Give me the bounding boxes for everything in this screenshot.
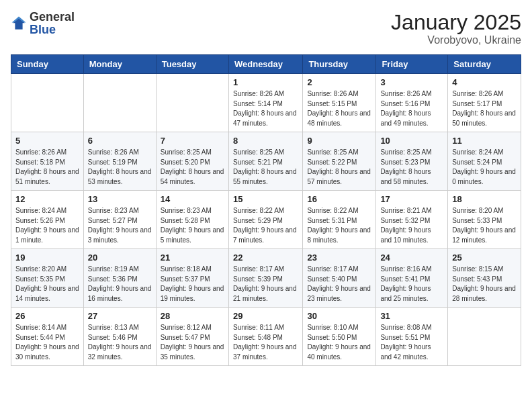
day-number: 16 xyxy=(307,194,371,204)
day-number: 3 xyxy=(380,77,443,87)
day-number: 4 xyxy=(452,77,517,87)
calendar-cell: 19Sunrise: 8:20 AM Sunset: 5:35 PM Dayli… xyxy=(11,249,84,308)
day-info: Sunrise: 8:24 AM Sunset: 5:26 PM Dayligh… xyxy=(15,206,79,245)
calendar-week-5: 26Sunrise: 8:14 AM Sunset: 5:44 PM Dayli… xyxy=(11,308,521,366)
calendar-cell xyxy=(11,74,84,132)
day-number: 14 xyxy=(161,194,224,204)
calendar-cell: 6Sunrise: 8:26 AM Sunset: 5:19 PM Daylig… xyxy=(83,132,156,191)
calendar-cell: 23Sunrise: 8:17 AM Sunset: 5:40 PM Dayli… xyxy=(303,249,376,308)
weekday-header-saturday: Saturday xyxy=(448,55,521,74)
day-info: Sunrise: 8:25 AM Sunset: 5:22 PM Dayligh… xyxy=(307,148,371,187)
calendar-cell: 10Sunrise: 8:25 AM Sunset: 5:23 PM Dayli… xyxy=(376,132,448,191)
day-info: Sunrise: 8:18 AM Sunset: 5:37 PM Dayligh… xyxy=(161,265,224,304)
day-info: Sunrise: 8:13 AM Sunset: 5:46 PM Dayligh… xyxy=(88,323,152,362)
day-number: 29 xyxy=(233,311,298,321)
day-number: 28 xyxy=(161,311,224,321)
calendar-week-1: 1Sunrise: 8:26 AM Sunset: 5:14 PM Daylig… xyxy=(11,74,521,132)
calendar-cell: 20Sunrise: 8:19 AM Sunset: 5:36 PM Dayli… xyxy=(83,249,156,308)
logo-icon xyxy=(11,15,27,32)
day-number: 25 xyxy=(452,253,517,263)
calendar-table: SundayMondayTuesdayWednesdayThursdayFrid… xyxy=(11,54,521,366)
calendar-cell: 17Sunrise: 8:21 AM Sunset: 5:32 PM Dayli… xyxy=(376,191,448,249)
day-number: 5 xyxy=(15,136,79,146)
month-title: January 2025 xyxy=(391,11,521,34)
day-info: Sunrise: 8:24 AM Sunset: 5:24 PM Dayligh… xyxy=(452,148,517,187)
day-info: Sunrise: 8:12 AM Sunset: 5:47 PM Dayligh… xyxy=(161,323,224,362)
calendar-cell: 27Sunrise: 8:13 AM Sunset: 5:46 PM Dayli… xyxy=(83,308,156,366)
day-info: Sunrise: 8:26 AM Sunset: 5:18 PM Dayligh… xyxy=(15,148,79,187)
day-info: Sunrise: 8:16 AM Sunset: 5:41 PM Dayligh… xyxy=(380,265,443,304)
day-number: 1 xyxy=(233,77,298,87)
day-info: Sunrise: 8:20 AM Sunset: 5:33 PM Dayligh… xyxy=(452,206,517,245)
calendar-cell: 14Sunrise: 8:23 AM Sunset: 5:28 PM Dayli… xyxy=(156,191,228,249)
day-info: Sunrise: 8:26 AM Sunset: 5:17 PM Dayligh… xyxy=(452,89,517,128)
calendar-cell: 5Sunrise: 8:26 AM Sunset: 5:18 PM Daylig… xyxy=(11,132,84,191)
calendar-cell: 15Sunrise: 8:22 AM Sunset: 5:29 PM Dayli… xyxy=(228,191,302,249)
calendar-cell: 28Sunrise: 8:12 AM Sunset: 5:47 PM Dayli… xyxy=(156,308,228,366)
day-info: Sunrise: 8:25 AM Sunset: 5:20 PM Dayligh… xyxy=(161,148,224,187)
day-number: 31 xyxy=(380,311,443,321)
weekday-header-tuesday: Tuesday xyxy=(156,55,228,74)
day-info: Sunrise: 8:26 AM Sunset: 5:15 PM Dayligh… xyxy=(307,89,371,128)
day-number: 10 xyxy=(380,136,443,146)
day-number: 8 xyxy=(233,136,298,146)
day-info: Sunrise: 8:11 AM Sunset: 5:48 PM Dayligh… xyxy=(233,323,298,362)
day-info: Sunrise: 8:26 AM Sunset: 5:16 PM Dayligh… xyxy=(380,89,443,128)
calendar-cell: 31Sunrise: 8:08 AM Sunset: 5:51 PM Dayli… xyxy=(376,308,448,366)
day-number: 22 xyxy=(233,253,298,263)
calendar-cell: 2Sunrise: 8:26 AM Sunset: 5:15 PM Daylig… xyxy=(303,74,376,132)
calendar-cell: 1Sunrise: 8:26 AM Sunset: 5:14 PM Daylig… xyxy=(228,74,302,132)
day-info: Sunrise: 8:26 AM Sunset: 5:19 PM Dayligh… xyxy=(88,148,152,187)
page-header: General Blue January 2025 Vorobyovo, Ukr… xyxy=(11,11,521,46)
location-title: Vorobyovo, Ukraine xyxy=(391,34,521,46)
day-number: 12 xyxy=(15,194,79,204)
logo-general: General xyxy=(30,10,75,24)
calendar-cell: 21Sunrise: 8:18 AM Sunset: 5:37 PM Dayli… xyxy=(156,249,228,308)
svg-marker-0 xyxy=(13,17,25,30)
day-number: 18 xyxy=(452,194,517,204)
day-info: Sunrise: 8:26 AM Sunset: 5:14 PM Dayligh… xyxy=(233,89,298,128)
calendar-cell xyxy=(83,74,156,132)
calendar-cell: 9Sunrise: 8:25 AM Sunset: 5:22 PM Daylig… xyxy=(303,132,376,191)
day-number: 26 xyxy=(15,311,79,321)
day-number: 13 xyxy=(88,194,152,204)
weekday-header-friday: Friday xyxy=(376,55,448,74)
day-number: 2 xyxy=(307,77,371,87)
calendar-cell: 8Sunrise: 8:25 AM Sunset: 5:21 PM Daylig… xyxy=(228,132,302,191)
weekday-header-row: SundayMondayTuesdayWednesdayThursdayFrid… xyxy=(11,55,521,74)
calendar-cell: 24Sunrise: 8:16 AM Sunset: 5:41 PM Dayli… xyxy=(376,249,448,308)
title-block: January 2025 Vorobyovo, Ukraine xyxy=(391,11,521,46)
day-info: Sunrise: 8:22 AM Sunset: 5:31 PM Dayligh… xyxy=(307,206,371,245)
day-info: Sunrise: 8:17 AM Sunset: 5:39 PM Dayligh… xyxy=(233,265,298,304)
day-number: 6 xyxy=(88,136,152,146)
calendar-cell: 30Sunrise: 8:10 AM Sunset: 5:50 PM Dayli… xyxy=(303,308,376,366)
day-number: 17 xyxy=(380,194,443,204)
calendar-cell: 12Sunrise: 8:24 AM Sunset: 5:26 PM Dayli… xyxy=(11,191,84,249)
calendar-cell: 11Sunrise: 8:24 AM Sunset: 5:24 PM Dayli… xyxy=(448,132,521,191)
calendar-cell: 22Sunrise: 8:17 AM Sunset: 5:39 PM Dayli… xyxy=(228,249,302,308)
day-info: Sunrise: 8:19 AM Sunset: 5:36 PM Dayligh… xyxy=(88,265,152,304)
day-number: 7 xyxy=(161,136,224,146)
calendar-cell: 7Sunrise: 8:25 AM Sunset: 5:20 PM Daylig… xyxy=(156,132,228,191)
day-info: Sunrise: 8:25 AM Sunset: 5:21 PM Dayligh… xyxy=(233,148,298,187)
day-number: 24 xyxy=(380,253,443,263)
calendar-cell: 4Sunrise: 8:26 AM Sunset: 5:17 PM Daylig… xyxy=(448,74,521,132)
calendar-cell: 13Sunrise: 8:23 AM Sunset: 5:27 PM Dayli… xyxy=(83,191,156,249)
day-number: 23 xyxy=(307,253,371,263)
calendar-cell: 29Sunrise: 8:11 AM Sunset: 5:48 PM Dayli… xyxy=(228,308,302,366)
day-number: 21 xyxy=(161,253,224,263)
day-info: Sunrise: 8:10 AM Sunset: 5:50 PM Dayligh… xyxy=(307,323,371,362)
calendar-cell xyxy=(156,74,228,132)
weekday-header-thursday: Thursday xyxy=(303,55,376,74)
calendar-cell: 18Sunrise: 8:20 AM Sunset: 5:33 PM Dayli… xyxy=(448,191,521,249)
calendar-week-3: 12Sunrise: 8:24 AM Sunset: 5:26 PM Dayli… xyxy=(11,191,521,249)
weekday-header-monday: Monday xyxy=(83,55,156,74)
calendar-week-2: 5Sunrise: 8:26 AM Sunset: 5:18 PM Daylig… xyxy=(11,132,521,191)
day-number: 19 xyxy=(15,253,79,263)
day-number: 9 xyxy=(307,136,371,146)
day-info: Sunrise: 8:23 AM Sunset: 5:28 PM Dayligh… xyxy=(161,206,224,245)
day-info: Sunrise: 8:20 AM Sunset: 5:35 PM Dayligh… xyxy=(15,265,79,304)
day-info: Sunrise: 8:08 AM Sunset: 5:51 PM Dayligh… xyxy=(380,323,443,362)
day-number: 27 xyxy=(88,311,152,321)
day-number: 20 xyxy=(88,253,152,263)
